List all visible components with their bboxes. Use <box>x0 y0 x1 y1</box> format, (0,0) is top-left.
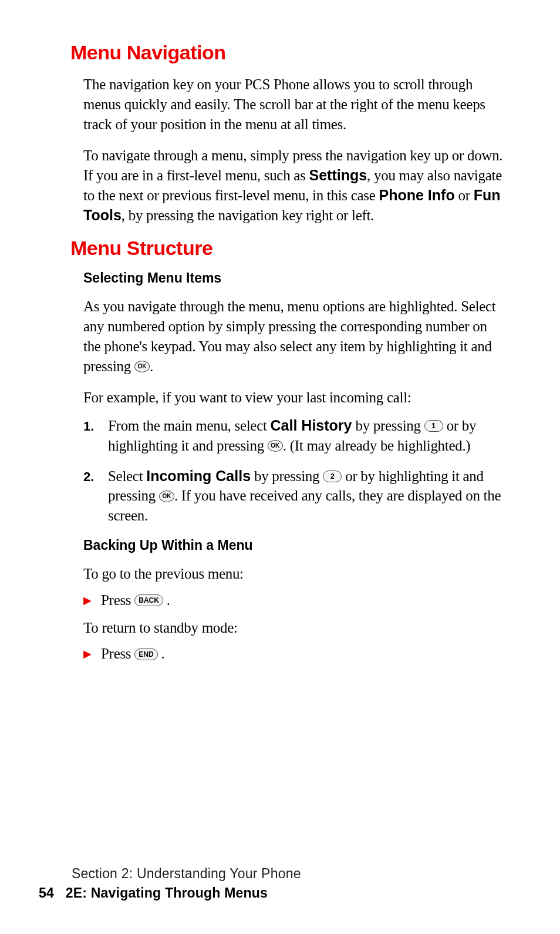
triangle-bullet-icon: ▶ <box>83 594 101 607</box>
bold-call-history: Call History <box>271 417 352 434</box>
chapter-title: 2E: Navigating Through Menus <box>66 885 268 901</box>
page-number: 54 <box>39 885 54 901</box>
struct-paragraph-2: For example, if you want to view your la… <box>83 388 507 408</box>
page-footer: Section 2: Understanding Your Phone 54 2… <box>39 866 507 901</box>
bullet-press-back: ▶ Press BACK . <box>83 592 507 609</box>
ok-key-icon: OK <box>134 361 150 372</box>
step-1: 1. From the main menu, select Call Histo… <box>83 416 507 456</box>
nav-paragraph-2: To navigate through a menu, simply press… <box>83 146 507 225</box>
triangle-bullet-icon: ▶ <box>83 647 101 660</box>
bold-settings: Settings <box>309 167 367 183</box>
menu-structure-body: Selecting Menu Items As you navigate thr… <box>83 270 507 662</box>
bullet-text: Press BACK . <box>101 592 170 609</box>
heading-menu-navigation: Menu Navigation <box>70 41 507 64</box>
bold-phone-info: Phone Info <box>379 187 455 203</box>
heading-menu-structure: Menu Structure <box>70 237 507 260</box>
step-number: 2. <box>83 469 108 485</box>
bullet-text: Press END . <box>101 646 164 662</box>
step-2: 2. Select Incoming Calls by pressing 2 o… <box>83 466 507 526</box>
back-paragraph-2: To return to standby mode: <box>83 618 507 638</box>
footer-section-label: Section 2: Understanding Your Phone <box>72 866 507 882</box>
ok-key-icon: OK <box>268 440 283 452</box>
step-body: From the main menu, select Call History … <box>108 416 507 456</box>
subheading-backing-up: Backing Up Within a Menu <box>83 537 507 553</box>
end-key-icon: END <box>134 649 157 660</box>
footer-chapter-label: 54 2E: Navigating Through Menus <box>39 885 507 901</box>
bullet-press-end: ▶ Press END . <box>83 646 507 662</box>
back-paragraph-1: To go to the previous menu: <box>83 564 507 584</box>
struct-paragraph-1: As you navigate through the menu, menu o… <box>83 297 507 376</box>
bold-incoming-calls: Incoming Calls <box>146 468 251 484</box>
ok-key-icon: OK <box>159 490 174 502</box>
nav-paragraph-1: The navigation key on your PCS Phone all… <box>83 75 507 134</box>
subheading-selecting-menu-items: Selecting Menu Items <box>83 270 507 286</box>
menu-navigation-body: The navigation key on your PCS Phone all… <box>83 75 507 225</box>
step-number: 1. <box>83 419 108 434</box>
two-key-icon: 2 <box>323 471 342 482</box>
step-body: Select Incoming Calls by pressing 2 or b… <box>108 466 507 526</box>
numbered-steps: 1. From the main menu, select Call Histo… <box>83 416 507 526</box>
back-key-icon: BACK <box>134 594 163 606</box>
one-key-icon: 1 <box>424 420 443 432</box>
